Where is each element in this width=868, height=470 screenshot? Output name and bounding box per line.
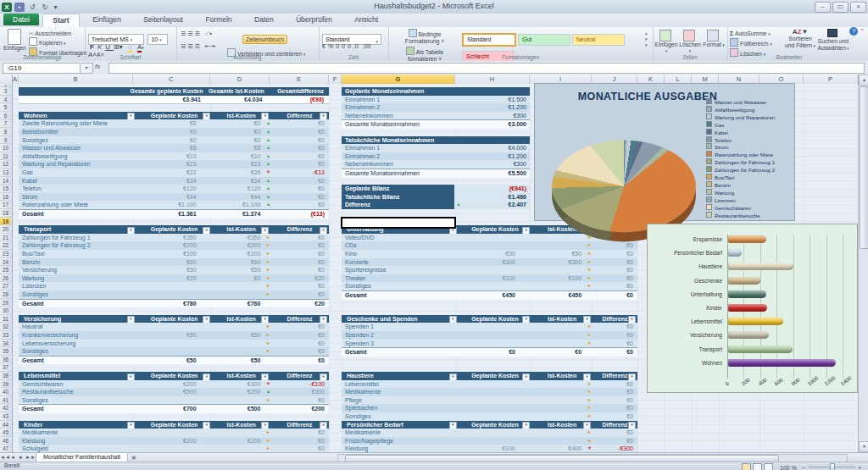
filter-button[interactable]: ▼ <box>261 373 269 380</box>
selected-cell-G19[interactable] <box>341 217 456 229</box>
filter-button[interactable]: ▼ <box>449 422 457 429</box>
help-icon[interactable]: ? <box>849 27 858 36</box>
cut-button[interactable]: ✂ Ausschneiden <box>29 30 86 37</box>
tab-daten[interactable]: Daten <box>245 14 283 25</box>
filter-button[interactable]: ▼ <box>320 316 327 323</box>
align-bottom-icon[interactable]: ☰ <box>195 30 202 36</box>
column-header-C[interactable]: C <box>133 75 210 84</box>
bold-button[interactable]: F <box>90 43 97 51</box>
save-icon[interactable]: ▪ <box>14 3 25 12</box>
align-center-icon[interactable]: ☰ <box>187 43 194 49</box>
filter-button[interactable]: ▼ <box>522 373 530 380</box>
redo-icon[interactable]: ↻ <box>40 3 50 12</box>
close-button[interactable]: × <box>850 2 866 13</box>
sort-filter-button[interactable]: AZ▼Sortieren und Filtern ▾ <box>783 29 817 49</box>
column-header-G[interactable]: G <box>342 75 455 84</box>
scroll-down-icon[interactable]: ▼ <box>859 441 868 452</box>
filter-button[interactable]: ▼ <box>127 227 135 234</box>
name-box[interactable]: G19 <box>3 63 84 74</box>
filter-button[interactable]: ▼ <box>628 316 636 323</box>
formula-input[interactable] <box>108 63 865 74</box>
filter-button[interactable]: ▼ <box>203 227 210 234</box>
filter-button[interactable]: ▼ <box>320 227 327 234</box>
paste-button[interactable]: Einfügen <box>3 29 25 51</box>
style-gut[interactable]: Gut <box>518 34 570 46</box>
tab-start[interactable]: Start <box>42 14 79 27</box>
filter-button[interactable]: ▼ <box>449 373 457 380</box>
bar-chart[interactable]: 0200400600800100012001400ErsparnissePers… <box>647 224 858 393</box>
filter-button[interactable]: ▼ <box>127 373 135 380</box>
column-header-A[interactable]: A <box>12 75 19 84</box>
vertical-scroll-thumb[interactable] <box>860 86 868 249</box>
filter-button[interactable]: ▼ <box>127 113 135 119</box>
page-layout-view-icon[interactable] <box>753 463 762 470</box>
tab-datei[interactable]: Datei <box>3 14 39 25</box>
vertical-scrollbar[interactable]: ▲ ▼ <box>858 75 868 452</box>
name-box-dropdown[interactable]: ▾ <box>80 63 93 74</box>
style-standard[interactable]: Standard <box>462 33 516 47</box>
column-header-E[interactable]: E <box>270 75 329 84</box>
style-neutral[interactable]: Neutral <box>572 34 625 46</box>
autosum-button[interactable]: Σ AutoSumme ▾ <box>730 30 772 38</box>
filter-button[interactable]: ▼ <box>628 422 636 429</box>
filter-button[interactable]: ▼ <box>522 422 530 429</box>
column-header-B[interactable]: B <box>19 75 133 84</box>
tab-seitenlayout[interactable]: Seitenlayout <box>134 14 192 25</box>
conditional-formatting-button[interactable]: Bedingte Formatierung ˅ <box>391 29 459 45</box>
zoom-level[interactable]: 100 % <box>780 465 797 470</box>
styles-gallery-scroll[interactable]: ▴▾▾ <box>645 30 648 48</box>
zoom-in-icon[interactable]: + <box>858 465 861 470</box>
filter-button[interactable]: ▼ <box>261 227 269 234</box>
filter-button[interactable]: ▼ <box>261 422 269 429</box>
format-cells-button[interactable]: Format ▾ <box>702 30 726 47</box>
orientation-icon[interactable]: ⟋▾ <box>205 30 212 36</box>
filter-button[interactable]: ▼ <box>583 316 591 323</box>
pie-chart[interactable]: MONATLICHE AUSGABEN Wasser und AbwasserA… <box>534 83 795 221</box>
filter-button[interactable]: ▼ <box>522 227 530 234</box>
maximize-button[interactable]: ▭ <box>832 2 849 13</box>
find-select-button[interactable]: Suchen und Auswählen ▾ <box>817 29 849 52</box>
zoom-out-icon[interactable]: − <box>802 465 805 470</box>
filter-button[interactable]: ▼ <box>203 373 210 380</box>
zoom-slider-knob[interactable] <box>830 463 835 470</box>
minimize-ribbon-icon[interactable]: ⌃ <box>860 28 865 34</box>
fill-color-icon[interactable]: ◌ <box>128 43 132 53</box>
filter-button[interactable]: ▼ <box>203 422 210 429</box>
tab-ansicht[interactable]: Ansicht <box>345 14 387 25</box>
column-header-F[interactable]: F <box>329 75 342 84</box>
qat-dropdown-icon[interactable]: ▾ <box>53 3 58 12</box>
scroll-up-icon[interactable]: ▲ <box>859 75 868 86</box>
minimize-button[interactable]: – <box>815 2 831 13</box>
filter-button[interactable]: ▼ <box>320 373 327 380</box>
italic-button[interactable]: K <box>97 43 105 51</box>
column-header-H[interactable]: H <box>455 75 530 84</box>
tab-einfuegen[interactable]: Einfügen <box>83 14 131 25</box>
filter-button[interactable]: ▼ <box>628 373 636 380</box>
align-middle-icon[interactable]: ☰ <box>187 30 194 36</box>
normal-view-icon[interactable] <box>742 463 751 470</box>
page-break-view-icon[interactable] <box>764 463 773 470</box>
filter-button[interactable]: ▼ <box>203 316 210 323</box>
filter-button[interactable]: ▼ <box>583 373 591 380</box>
font-size-select[interactable]: 10 ▾ <box>147 34 168 45</box>
increase-decimal-icon[interactable]: ,0 <box>353 43 359 49</box>
column-header-P[interactable]: P <box>804 75 858 84</box>
filter-button[interactable]: ▼ <box>522 316 530 323</box>
wrap-text-button[interactable]: Zeilenumbruch <box>242 35 287 44</box>
underline-button[interactable]: U <box>105 43 114 51</box>
filter-button[interactable]: ▼ <box>127 316 135 323</box>
align-right-icon[interactable]: ☲ <box>195 43 202 49</box>
filter-button[interactable]: ▼ <box>320 113 327 119</box>
decrease-decimal-icon[interactable]: ,00 <box>363 43 371 49</box>
tab-formeln[interactable]: Formeln <box>196 14 241 25</box>
filter-button[interactable]: ▼ <box>127 422 135 429</box>
fill-button[interactable]: Füllbereich ▾ <box>730 38 772 48</box>
filter-button[interactable]: ▼ <box>261 113 269 119</box>
delete-cells-button[interactable]: Löschen ▾ <box>678 30 702 53</box>
undo-icon[interactable]: ↺ <box>27 3 37 12</box>
insert-cells-button[interactable]: Einfügen ▾ <box>654 30 678 53</box>
indent-increase-icon[interactable]: ⇥ <box>210 43 215 49</box>
tab-ueberpruefen[interactable]: Überprüfen <box>287 14 342 25</box>
accounting-format-icon[interactable]: € <box>322 43 328 49</box>
border-icon[interactable]: ⊞▾ <box>114 43 123 51</box>
